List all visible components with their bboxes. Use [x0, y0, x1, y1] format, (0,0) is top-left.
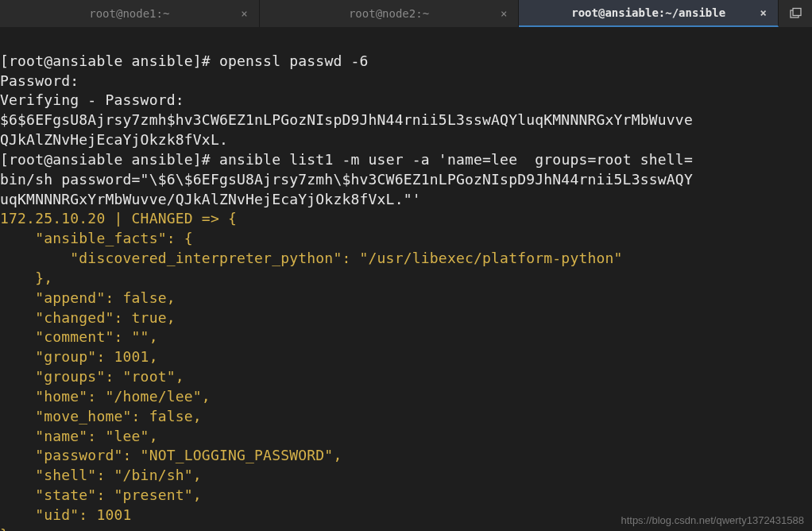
terminal-line: QJkAlZNvHejEcaYjOkzk8fVxL. [0, 131, 228, 148]
prompt: [root@ansiable ansible]# [0, 151, 219, 168]
output-line: 172.25.10.20 | CHANGED => { [0, 210, 237, 227]
terminal-line: bin/sh password="\$6\$6EFgsU8Ajrsy7zmh\$… [0, 171, 693, 188]
tab-bar: root@node1:~ × root@node2:~ × root@ansia… [0, 0, 812, 27]
tab-node1[interactable]: root@node1:~ × [0, 0, 260, 27]
output-line: "home": "/home/lee", [0, 388, 211, 405]
new-tab-icon [789, 7, 802, 20]
terminal-line: Verifying - Password: [0, 91, 184, 108]
svg-rect-1 [793, 9, 801, 16]
tab-node2[interactable]: root@node2:~ × [260, 0, 520, 27]
output-line: "append": false, [0, 289, 176, 306]
terminal-line: $6$6EFgsU8Ajrsy7zmh$hv3CW6EZ1nLPGozNIspD… [0, 111, 693, 128]
close-icon[interactable]: × [501, 7, 507, 20]
output-line: "uid": 1001 [0, 506, 132, 523]
output-line: "group": 1001, [0, 348, 158, 365]
close-icon[interactable]: × [760, 6, 767, 19]
output-line: "move_home": false, [0, 408, 202, 424]
watermark: https://blog.csdn.net/qwerty1372431588 [621, 514, 804, 526]
output-line: "name": "lee", [0, 428, 158, 444]
command: ansible list1 -m user -a 'name=lee group… [219, 151, 693, 168]
output-line: }, [0, 269, 52, 286]
terminal-body[interactable]: [root@ansiable ansible]# openssl passwd … [0, 27, 812, 531]
output-line: "state": "present", [0, 486, 202, 503]
new-tab-button[interactable] [779, 0, 812, 27]
output-line: "comment": "", [0, 328, 158, 345]
terminal-line: Password: [0, 72, 79, 89]
output-line: "password": "NOT_LOGGING_PASSWORD", [0, 447, 342, 463]
tab-ansible[interactable]: root@ansiable:~/ansible × [519, 0, 779, 27]
terminal-line: uqKMNNNRGxYrMbWuvve/QJkAlZNvHejEcaYjOkzk… [0, 191, 421, 207]
command: openssl passwd -6 [219, 52, 369, 69]
output-line: "groups": "root", [0, 368, 184, 385]
prompt: [root@ansiable ansible]# [0, 52, 219, 69]
output-line: "ansible_facts": { [0, 230, 193, 246]
output-line: "changed": true, [0, 309, 176, 326]
tab-label: root@node2:~ [349, 7, 429, 20]
tab-label: root@node1:~ [89, 7, 169, 20]
output-line: "discovered_interpreter_python": "/usr/l… [0, 250, 623, 266]
tab-label: root@ansiable:~/ansible [571, 6, 725, 19]
close-icon[interactable]: × [241, 7, 247, 20]
output-line: } [0, 526, 9, 531]
output-line: "shell": "/bin/sh", [0, 467, 202, 483]
